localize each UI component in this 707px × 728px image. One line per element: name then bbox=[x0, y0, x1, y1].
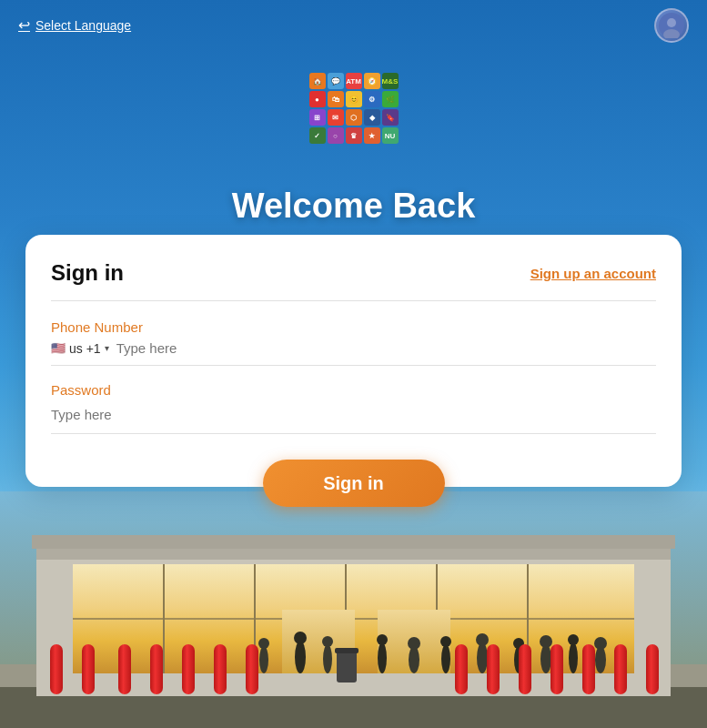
app-icon-settings[interactable]: ⚙ bbox=[364, 91, 380, 107]
svg-point-17 bbox=[295, 641, 306, 673]
app-icon-chat[interactable]: 💬 bbox=[328, 73, 344, 89]
country-code: us +1 bbox=[69, 341, 101, 356]
signup-link[interactable]: Sign up an account bbox=[530, 266, 656, 281]
svg-point-24 bbox=[408, 637, 420, 650]
back-arrow-icon: ↩ bbox=[18, 16, 30, 34]
phone-number-label: Phone Number bbox=[51, 319, 656, 335]
svg-rect-39 bbox=[118, 644, 131, 694]
svg-rect-41 bbox=[182, 644, 195, 694]
svg-point-20 bbox=[322, 636, 333, 647]
svg-point-33 bbox=[569, 642, 578, 673]
chevron-down-icon: ▾ bbox=[105, 343, 109, 353]
svg-rect-51 bbox=[337, 651, 357, 682]
signin-button[interactable]: Sign in bbox=[263, 460, 445, 507]
svg-rect-40 bbox=[150, 644, 163, 694]
svg-point-34 bbox=[568, 634, 579, 645]
app-icon-bag[interactable]: 🛍 bbox=[328, 91, 344, 107]
password-label: Password bbox=[51, 382, 656, 398]
app-icon-hex[interactable]: ⬡ bbox=[346, 109, 362, 126]
select-language-button[interactable]: ↩ Select Language bbox=[18, 16, 131, 34]
app-icon-ms[interactable]: M&S bbox=[382, 73, 399, 89]
app-icons-container: 🏠 💬 ATM 🧭 M&S ● 🛍 😊 ⚙ 🌿 ⊞ ✉ ⬡ ◆ 🔖 ✓ ○ ♛ … bbox=[309, 73, 399, 162]
app-icon-bookmark[interactable]: 🔖 bbox=[382, 109, 399, 126]
phone-number-field-group: Phone Number 🇺🇸 us +1 ▾ bbox=[51, 319, 656, 356]
app-icon-home[interactable]: 🏠 bbox=[309, 73, 326, 89]
svg-point-25 bbox=[441, 644, 450, 673]
svg-rect-38 bbox=[82, 644, 95, 694]
app-icon-check[interactable]: ✓ bbox=[309, 127, 326, 144]
app-icon-mail[interactable]: ✉ bbox=[328, 109, 344, 126]
flag-icon: 🇺🇸 bbox=[51, 341, 66, 355]
svg-point-18 bbox=[294, 632, 307, 644]
phone-number-input[interactable] bbox=[116, 340, 656, 356]
app-icon-leaf[interactable]: 🌿 bbox=[382, 91, 399, 107]
phone-field-divider bbox=[51, 365, 656, 366]
profile-avatar[interactable] bbox=[654, 8, 689, 43]
app-icon-atm[interactable]: ATM bbox=[346, 73, 362, 89]
svg-rect-5 bbox=[32, 535, 675, 549]
signin-card: Sign in Sign up an account Phone Number … bbox=[25, 235, 682, 487]
password-input[interactable] bbox=[51, 403, 656, 426]
avatar-icon bbox=[659, 13, 684, 38]
svg-rect-42 bbox=[214, 644, 227, 694]
store-background bbox=[0, 491, 707, 728]
svg-rect-47 bbox=[550, 644, 563, 694]
svg-point-31 bbox=[540, 644, 551, 673]
app-icon-nu[interactable]: NU bbox=[382, 127, 399, 144]
svg-point-21 bbox=[378, 642, 387, 673]
app-icon-diamond[interactable]: ◆ bbox=[364, 109, 380, 126]
signin-title: Sign in bbox=[51, 260, 124, 286]
app-icon-grid[interactable]: ⊞ bbox=[309, 109, 326, 126]
svg-point-16 bbox=[258, 638, 269, 649]
svg-point-35 bbox=[595, 646, 606, 673]
top-bar: ↩ Select Language bbox=[0, 0, 707, 50]
svg-point-36 bbox=[594, 637, 607, 650]
svg-rect-44 bbox=[455, 644, 468, 694]
svg-rect-46 bbox=[519, 644, 531, 694]
select-language-label: Select Language bbox=[35, 18, 131, 33]
svg-rect-37 bbox=[50, 644, 63, 694]
svg-point-23 bbox=[409, 646, 419, 673]
svg-rect-52 bbox=[335, 648, 359, 653]
svg-rect-49 bbox=[614, 644, 627, 694]
app-icon-circle2[interactable]: ○ bbox=[328, 127, 344, 144]
app-icon-trip[interactable]: 🧭 bbox=[364, 73, 380, 89]
welcome-text: Welcome Back bbox=[232, 187, 476, 226]
card-header: Sign in Sign up an account bbox=[51, 260, 656, 301]
svg-point-27 bbox=[477, 642, 488, 673]
svg-point-15 bbox=[259, 646, 268, 673]
svg-point-32 bbox=[540, 635, 552, 648]
phone-input-row: 🇺🇸 us +1 ▾ bbox=[51, 340, 656, 356]
app-icon-red[interactable]: ● bbox=[309, 91, 326, 107]
svg-rect-48 bbox=[582, 644, 595, 694]
svg-point-54 bbox=[667, 18, 676, 27]
app-icons-grid: 🏠 💬 ATM 🧭 M&S ● 🛍 😊 ⚙ 🌿 ⊞ ✉ ⬡ ◆ 🔖 ✓ ○ ♛ … bbox=[309, 73, 399, 162]
svg-point-19 bbox=[323, 644, 332, 673]
password-field-group: Password bbox=[51, 382, 656, 434]
svg-point-28 bbox=[476, 633, 489, 646]
app-icon-star[interactable]: ★ bbox=[364, 127, 380, 144]
svg-point-26 bbox=[440, 636, 451, 647]
svg-rect-43 bbox=[246, 644, 258, 694]
country-selector[interactable]: 🇺🇸 us +1 ▾ bbox=[51, 341, 109, 356]
app-icon-smile[interactable]: 😊 bbox=[346, 91, 362, 107]
svg-rect-45 bbox=[487, 644, 500, 694]
app-icon-crown[interactable]: ♛ bbox=[346, 127, 362, 144]
svg-point-22 bbox=[377, 634, 388, 645]
password-field-divider bbox=[51, 433, 656, 434]
svg-rect-50 bbox=[646, 644, 659, 694]
